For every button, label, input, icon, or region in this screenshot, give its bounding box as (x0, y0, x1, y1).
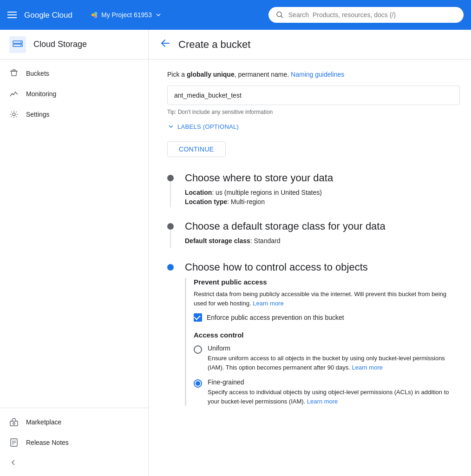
step-location: Choose where to store your data Location… (167, 172, 460, 207)
storage-icon (13, 40, 23, 50)
step-location-content: Choose where to store your data Location… (185, 172, 460, 207)
project-selector[interactable]: My Project 61953 (91, 11, 162, 19)
svg-point-8 (20, 41, 21, 42)
step-storage-class: Choose a default storage class for your … (167, 220, 460, 248)
sidebar-title: Cloud Storage (33, 40, 87, 49)
chevron-down-icon (167, 123, 175, 130)
prevent-learn-more-link[interactable]: Learn more (253, 300, 283, 307)
enforce-checkbox-row: Enforce public access prevention on this… (194, 313, 460, 322)
bucket-name-intro: Pick a globally unique, permanent name. … (167, 71, 460, 78)
notes-icon (9, 438, 19, 447)
prevent-public-desc: Restrict data from being publicly access… (194, 290, 460, 308)
monitoring-icon (9, 89, 19, 99)
radio-fine-grained-text: Fine-grained Specify access to individua… (208, 378, 460, 406)
sidebar-item-buckets-label: Buckets (26, 70, 49, 77)
collapse-sidebar-button[interactable] (0, 453, 148, 472)
step-bullet-storage (167, 223, 174, 230)
step-location-detail-0: Location: us (multiple regions in United… (185, 189, 460, 196)
steps-list: Choose where to store your data Location… (167, 172, 460, 415)
enforce-label: Enforce public access prevention on this… (207, 314, 344, 321)
sidebar-item-marketplace[interactable]: Marketplace (0, 412, 148, 432)
marketplace-icon (9, 417, 19, 427)
svg-point-13 (13, 423, 15, 424)
search-bar[interactable] (268, 7, 464, 23)
collapse-icon (9, 458, 18, 467)
sidebar-item-marketplace-label: Marketplace (26, 418, 61, 426)
svg-point-3 (95, 15, 97, 18)
sidebar-item-release-notes-label: Release Notes (26, 439, 69, 446)
svg-point-9 (20, 45, 21, 46)
svg-point-11 (13, 113, 15, 116)
svg-text:Google Cloud: Google Cloud (24, 11, 72, 20)
bucket-icon (9, 69, 19, 78)
app-icon (9, 36, 26, 53)
step-access-content: Choose how to control access to objects … (185, 261, 460, 415)
svg-line-5 (281, 16, 283, 18)
main-content: Create a bucket Pick a globally unique, … (149, 30, 471, 476)
top-navigation: Google Cloud My Project 61953 (0, 0, 471, 30)
radio-fine-grained-name: Fine-grained (208, 378, 460, 386)
settings-icon (9, 110, 19, 119)
sidebar-item-monitoring[interactable]: Monitoring (0, 84, 148, 104)
enforce-checkbox[interactable] (194, 313, 202, 322)
back-button[interactable] (160, 38, 171, 51)
svg-point-2 (95, 13, 97, 15)
step-location-title: Choose where to store your data (185, 172, 460, 184)
hamburger-menu[interactable] (7, 12, 17, 18)
sidebar-item-monitoring-label: Monitoring (26, 90, 56, 98)
back-arrow-icon (160, 38, 171, 49)
step-storage-content: Choose a default storage class for your … (185, 220, 460, 248)
uniform-learn-more-link[interactable]: Learn more (352, 364, 382, 371)
step-bullet-location (167, 175, 174, 181)
step-location-detail-1: Location type: Multi-region (185, 198, 460, 205)
step-access-control: Choose how to control access to objects … (167, 261, 460, 415)
google-cloud-logo: Google Cloud (24, 9, 80, 20)
tip-text: Tip: Don't include any sensitive informa… (167, 109, 460, 115)
radio-uniform-name: Uniform (208, 344, 460, 352)
step-access-title: Choose how to control access to objects (185, 261, 460, 273)
step-storage-detail-0: Default storage class: Standard (185, 237, 460, 245)
content-body: Pick a globally unique, permanent name. … (149, 60, 471, 439)
page-title: Create a bucket (178, 39, 250, 51)
radio-uniform-desc: Ensure uniform access to all objects in … (208, 354, 460, 372)
sidebar-item-settings[interactable]: Settings (0, 104, 148, 125)
radio-option-uniform: Uniform Ensure uniform access to all obj… (194, 344, 460, 372)
radio-fine-grained[interactable] (194, 379, 202, 388)
sidebar-header: Cloud Storage (0, 30, 148, 60)
radio-fine-grained-desc: Specify access to individual objects by … (208, 388, 460, 406)
project-name: My Project 61953 (101, 11, 152, 19)
step-bullet-access (167, 264, 174, 271)
sidebar-item-release-notes[interactable]: Release Notes (0, 432, 148, 453)
svg-point-4 (277, 12, 281, 16)
sidebar-item-buckets[interactable]: Buckets (0, 63, 148, 84)
search-icon (276, 11, 284, 19)
svg-point-1 (92, 13, 94, 16)
access-control-title: Access control (194, 331, 460, 339)
sidebar-nav: Buckets Monitoring Settings (0, 60, 148, 408)
continue-button[interactable]: CONTINUE (167, 141, 226, 157)
search-input[interactable] (288, 11, 456, 19)
radio-option-fine-grained: Fine-grained Specify access to individua… (194, 378, 460, 406)
prevent-public-title: Prevent public access (194, 278, 460, 286)
labels-toggle[interactable]: LABELS (OPTIONAL) (167, 123, 460, 130)
fine-grained-learn-more-link[interactable]: Learn more (307, 398, 338, 405)
sidebar: Cloud Storage Buckets Monitoring (0, 30, 149, 476)
radio-uniform-text: Uniform Ensure uniform access to all obj… (208, 344, 460, 372)
bucket-name-input[interactable] (167, 86, 460, 105)
step-storage-title: Choose a default storage class for your … (185, 220, 460, 232)
radio-uniform[interactable] (194, 345, 202, 354)
svg-rect-12 (10, 421, 18, 426)
content-header: Create a bucket (149, 30, 471, 60)
naming-guidelines-link[interactable]: Naming guidelines (291, 71, 344, 78)
sidebar-bottom: Marketplace Release Notes (0, 408, 148, 476)
svg-rect-10 (13, 70, 15, 71)
sidebar-item-settings-label: Settings (26, 111, 50, 118)
